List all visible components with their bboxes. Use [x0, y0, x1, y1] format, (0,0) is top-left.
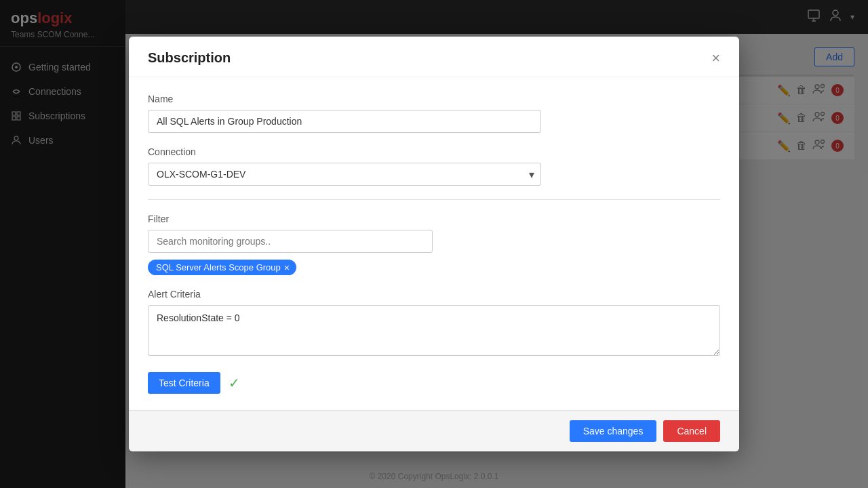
test-criteria-row: Test Criteria ✓ — [148, 372, 720, 394]
modal-header: Subscription × — [129, 37, 739, 77]
test-criteria-button[interactable]: Test Criteria — [148, 372, 220, 394]
filter-tag-label: SQL Server Alerts Scope Group — [156, 262, 281, 272]
filter-tag-remove[interactable]: × — [284, 263, 290, 272]
filter-tag: SQL Server Alerts Scope Group × — [148, 260, 296, 275]
connection-select[interactable]: OLX-SCOM-G1-DEV OLX-SCOM-G1-PROD — [148, 163, 541, 186]
alert-criteria-textarea[interactable]: ResolutionState = 0 — [148, 305, 720, 356]
filter-search-input[interactable] — [148, 230, 433, 253]
modal-overlay: Subscription × Name Connection OLX-SCOM-… — [0, 0, 868, 488]
alert-criteria-group: Alert Criteria ResolutionState = 0 — [148, 289, 720, 359]
filter-label: Filter — [148, 214, 720, 224]
modal-title: Subscription — [148, 50, 231, 66]
modal-footer: Save changes Cancel — [129, 410, 739, 451]
name-label: Name — [148, 94, 720, 104]
name-group: Name — [148, 94, 720, 133]
check-icon: ✓ — [229, 375, 240, 391]
cancel-button[interactable]: Cancel — [663, 420, 720, 442]
connection-select-wrapper: OLX-SCOM-G1-DEV OLX-SCOM-G1-PROD ▾ — [148, 163, 541, 186]
tag-group: SQL Server Alerts Scope Group × — [148, 260, 720, 275]
modal-body: Name Connection OLX-SCOM-G1-DEV OLX-SCOM… — [129, 77, 739, 410]
name-input[interactable] — [148, 110, 541, 133]
connection-label: Connection — [148, 146, 720, 157]
alert-criteria-label: Alert Criteria — [148, 289, 720, 300]
connection-group: Connection OLX-SCOM-G1-DEV OLX-SCOM-G1-P… — [148, 146, 720, 186]
subscription-modal: Subscription × Name Connection OLX-SCOM-… — [129, 37, 739, 451]
save-changes-button[interactable]: Save changes — [570, 420, 657, 442]
divider — [148, 199, 720, 200]
close-button[interactable]: × — [711, 51, 720, 66]
filter-group: Filter SQL Server Alerts Scope Group × — [148, 214, 720, 275]
